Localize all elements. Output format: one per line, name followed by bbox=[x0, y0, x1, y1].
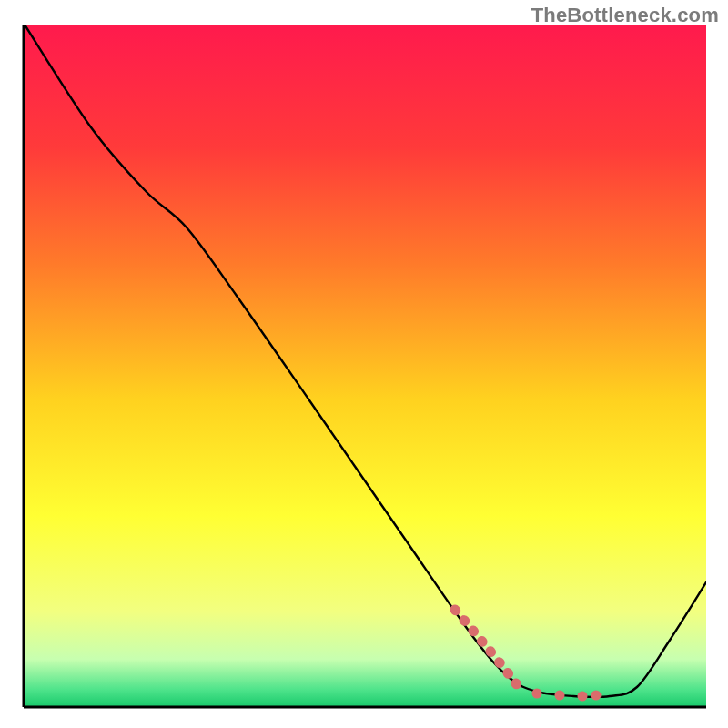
highlight-dot bbox=[532, 689, 542, 699]
chart-frame: { "watermark": "TheBottleneck.com", "cha… bbox=[0, 0, 728, 728]
gradient-background bbox=[24, 25, 706, 707]
highlight-dot bbox=[555, 691, 565, 701]
highlight-dot bbox=[578, 692, 588, 702]
bottleneck-chart bbox=[0, 0, 728, 728]
highlight-dot bbox=[592, 691, 602, 701]
